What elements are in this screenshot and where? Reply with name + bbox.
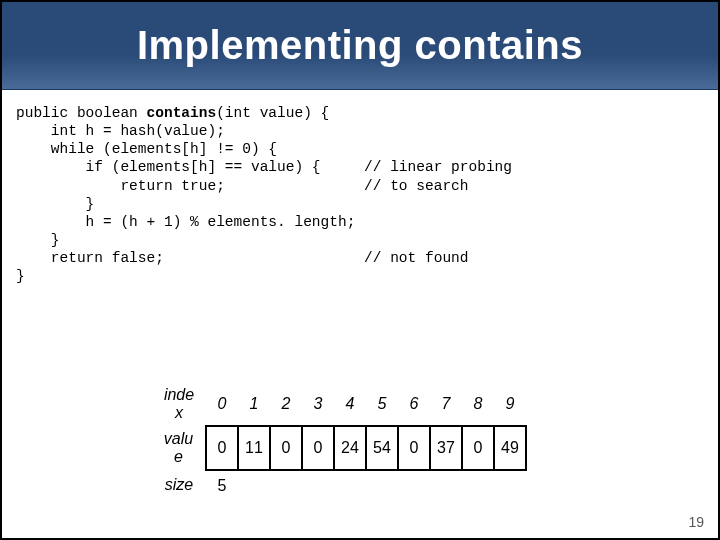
- code-line: }: [16, 268, 25, 284]
- index-cell: 9: [494, 382, 526, 426]
- value-cell: 49: [494, 426, 526, 470]
- size-label: size: [152, 470, 206, 500]
- index-cell: 0: [206, 382, 238, 426]
- index-cell: 4: [334, 382, 366, 426]
- size-row: size 5: [152, 470, 526, 500]
- value-cell: 24: [334, 426, 366, 470]
- code-comment: // not found: [364, 250, 468, 266]
- code-line: (int value) {: [216, 105, 329, 121]
- index-cell: 3: [302, 382, 334, 426]
- code-line: }: [16, 196, 94, 212]
- index-cell: 8: [462, 382, 494, 426]
- value-cell: 11: [238, 426, 270, 470]
- index-cell: 6: [398, 382, 430, 426]
- page-number: 19: [688, 514, 704, 530]
- code-line: public boolean: [16, 105, 147, 121]
- value-cell: 0: [398, 426, 430, 470]
- index-cell: 5: [366, 382, 398, 426]
- hash-table: inde x 0 1 2 3 4 5 6 7 8 9 valu e 0 11 0…: [152, 382, 527, 500]
- value-row: valu e 0 11 0 0 24 54 0 37 0 49: [152, 426, 526, 470]
- code-keyword: contains: [147, 105, 217, 121]
- code-line: int h = hash(value);: [16, 123, 225, 139]
- value-cell: 0: [462, 426, 494, 470]
- value-cell: 0: [206, 426, 238, 470]
- code-line: return true;: [16, 178, 364, 194]
- value-cell: 0: [270, 426, 302, 470]
- index-label: inde x: [152, 382, 206, 426]
- value-cell: 0: [302, 426, 334, 470]
- value-cell: 37: [430, 426, 462, 470]
- value-cell: 54: [366, 426, 398, 470]
- index-row: inde x 0 1 2 3 4 5 6 7 8 9: [152, 382, 526, 426]
- index-cell: 1: [238, 382, 270, 426]
- index-cell: 7: [430, 382, 462, 426]
- index-cell: 2: [270, 382, 302, 426]
- code-comment: // linear probing: [364, 159, 512, 175]
- value-label: valu e: [152, 426, 206, 470]
- slide-title: Implementing contains: [137, 23, 583, 68]
- code-line: h = (h + 1) % elements. length;: [16, 214, 355, 230]
- code-line: return false;: [16, 250, 364, 266]
- code-line: while (elements[h] != 0) {: [16, 141, 277, 157]
- code-comment: // to search: [364, 178, 468, 194]
- size-value: 5: [206, 470, 238, 500]
- code-line: }: [16, 232, 60, 248]
- code-block: public boolean contains(int value) { int…: [2, 90, 718, 285]
- code-line: if (elements[h] == value) {: [16, 159, 364, 175]
- title-bar: Implementing contains: [2, 2, 718, 90]
